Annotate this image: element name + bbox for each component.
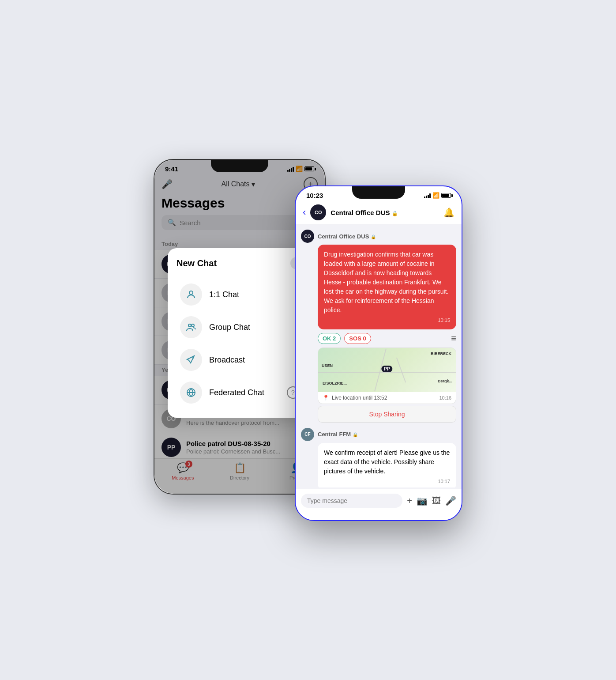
msg-sender-name-1: Central Office DUS 🔒 <box>318 233 376 240</box>
camera-button[interactable]: 📷 <box>417 495 428 506</box>
broadcast-icon <box>180 349 202 371</box>
reaction-row-1: OK 2 SOS 0 ≡ <box>318 333 456 344</box>
location-time: 10:16 <box>439 395 451 400</box>
message-input-row: + 📷 🖼 🎤 <box>296 489 462 520</box>
msg-sender-row-3: CF Central FFM 🔒 <box>301 428 456 441</box>
live-location-text: Live location until 13:52 <box>332 395 387 401</box>
modal-header: New Chat × <box>177 257 303 269</box>
one-to-one-label: 1:1 Chat <box>209 290 239 299</box>
one-to-one-icon <box>180 283 202 306</box>
broadcast-label: Broadcast <box>209 355 245 365</box>
map-label-eisolzrie: EISOLZRIE... <box>323 381 347 385</box>
map-label-bergk: Bergk... <box>438 379 452 383</box>
msg-bubble-1: Drug investigation confirms that car was… <box>318 245 456 329</box>
add-attachment-button[interactable]: + <box>407 496 412 506</box>
msg-time-1: 10:15 <box>324 317 450 324</box>
svg-point-0 <box>189 291 193 295</box>
reaction-ok[interactable]: OK 2 <box>318 333 341 344</box>
chat-header: ‹ CO Central Office DUS 🔒 🔔 <box>296 201 462 224</box>
time-right: 10:23 <box>306 192 323 199</box>
message-1: CO Central Office DUS 🔒 Drug investigati… <box>301 230 456 344</box>
image-button[interactable]: 🖼 <box>432 496 441 506</box>
msg-sender-row-1: CO Central Office DUS 🔒 <box>301 230 456 243</box>
message-2-location: PP BIBERECK USEN EISOLZRIE... Bergk... 📍… <box>301 348 456 423</box>
msg-bubble-3: We confirm receipt of alert! Please give… <box>318 443 456 488</box>
scene: 9:41 📶 🎤 All Chats ▾ + <box>154 159 462 521</box>
chat-header-avatar: CO <box>310 204 326 220</box>
notification-button[interactable]: 🔔 <box>443 207 454 218</box>
notch-right <box>352 186 405 199</box>
stop-sharing-button[interactable]: Stop Sharing <box>318 406 456 423</box>
modal-item-federated-chat[interactable]: Federated Chat ? <box>177 376 303 409</box>
notch-left <box>211 160 268 172</box>
voice-button[interactable]: 🎤 <box>445 495 456 506</box>
live-location-row: 📍 Live location until 13:52 10:16 <box>318 392 456 404</box>
msg-text-1: Drug investigation confirms that car was… <box>324 251 449 314</box>
chat-header-name: Central Office DUS 🔒 <box>331 209 439 216</box>
map-label-bibereck: BIBERECK <box>431 351 451 356</box>
svg-point-2 <box>192 324 194 327</box>
signal-icon-right <box>424 193 431 198</box>
map-label-usen: USEN <box>322 363 333 368</box>
modal-item-one-to-one[interactable]: 1:1 Chat <box>177 278 303 311</box>
phone-right: 10:23 📶 ‹ CO Central Office DUS 🔒 🔔 <box>295 185 462 521</box>
modal-title: New Chat <box>177 258 217 268</box>
wifi-icon-right: 📶 <box>432 192 439 199</box>
msg-time-3: 10:17 <box>324 478 450 485</box>
back-button[interactable]: ‹ <box>303 207 306 218</box>
map-visual: PP BIBERECK USEN EISOLZRIE... Bergk... <box>318 348 456 392</box>
map-pin: PP <box>381 366 392 372</box>
msg-text-3: We confirm receipt of alert! Please give… <box>324 449 450 475</box>
new-chat-modal: New Chat × 1:1 Chat <box>168 248 312 418</box>
msg-sender-name-3: Central FFM 🔒 <box>318 431 358 438</box>
svg-point-3 <box>193 357 194 358</box>
status-icons-right: 📶 <box>424 192 451 199</box>
federated-chat-icon <box>180 382 202 404</box>
location-icon: 📍 <box>323 395 329 401</box>
map-card: PP BIBERECK USEN EISOLZRIE... Bergk... 📍… <box>318 348 456 404</box>
msg-avatar-co: CO <box>301 230 314 243</box>
modal-item-broadcast[interactable]: Broadcast <box>177 344 303 376</box>
reaction-menu-button[interactable]: ≡ <box>451 333 456 344</box>
federated-chat-label: Federated Chat <box>209 388 264 397</box>
msg-avatar-cf: CF <box>301 428 314 441</box>
chat-messages[interactable]: CO Central Office DUS 🔒 Drug investigati… <box>296 224 462 487</box>
reaction-sos[interactable]: SOS 0 <box>344 333 371 344</box>
message-input[interactable] <box>301 494 402 508</box>
group-chat-label: Group Chat <box>209 323 250 332</box>
svg-point-1 <box>188 324 191 327</box>
battery-icon-right <box>441 193 451 198</box>
group-chat-icon <box>180 316 202 338</box>
modal-item-group-chat[interactable]: Group Chat <box>177 311 303 344</box>
message-3: CF Central FFM 🔒 We confirm receipt of a… <box>301 428 456 488</box>
